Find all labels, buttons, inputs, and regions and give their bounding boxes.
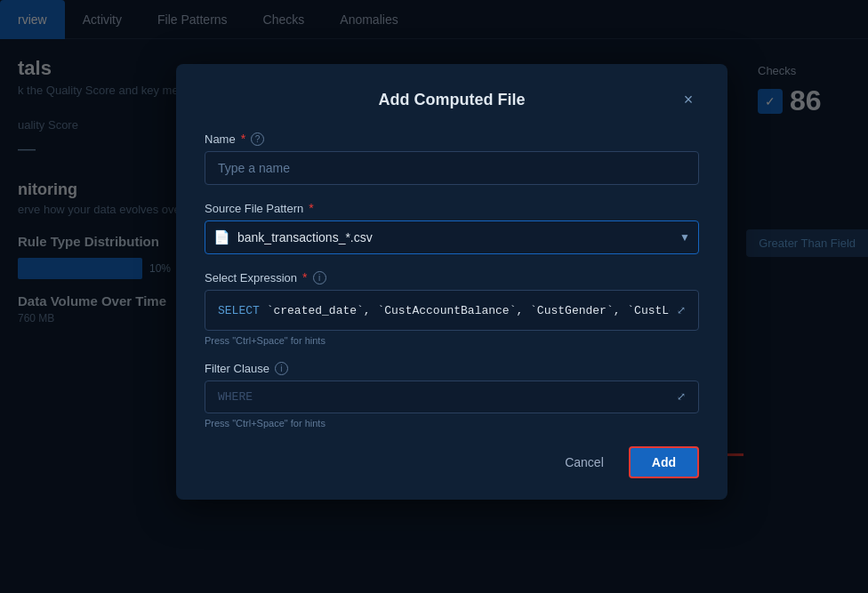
select-expr-area[interactable]: SELECT `created_date`, `CustAccountBalan… — [205, 290, 699, 331]
name-label: Name * ? — [205, 132, 699, 146]
select-keyword: SELECT — [218, 304, 260, 317]
select-expr-hint: Press "Ctrl+Space" for hints — [205, 335, 699, 346]
file-icon: 📄 — [213, 229, 230, 245]
filter-label: Filter Clause i — [205, 362, 699, 375]
select-expr-field: Select Expression * i SELECT `created_da… — [205, 270, 699, 346]
source-field: Source File Pattern * 📄 bank_transaction… — [205, 201, 699, 254]
select-expr-label: Select Expression * i — [205, 270, 699, 284]
select-columns: `created_date`, `CustAccountBalance`, `C… — [267, 304, 670, 317]
source-select-wrapper: 📄 bank_transactions_*.csv ▼ — [205, 220, 699, 254]
source-required: * — [309, 201, 313, 215]
name-input[interactable] — [205, 151, 699, 185]
select-expr-content: SELECT `created_date`, `CustAccountBalan… — [218, 304, 670, 317]
filter-placeholder: WHERE — [218, 390, 253, 404]
modal-title: Add Computed File — [226, 91, 678, 109]
close-button[interactable]: × — [678, 89, 699, 110]
filter-field: Filter Clause i WHERE ⤢ Press "Ctrl+Spac… — [205, 362, 699, 429]
filter-info-icon[interactable]: i — [275, 362, 288, 375]
name-required: * — [241, 132, 245, 146]
source-select[interactable]: bank_transactions_*.csv — [205, 220, 699, 254]
select-expr-info-icon[interactable]: i — [313, 271, 326, 284]
filter-area[interactable]: WHERE ⤢ — [205, 381, 699, 413]
cancel-button[interactable]: Cancel — [554, 448, 615, 477]
name-info-icon[interactable]: ? — [251, 132, 264, 146]
name-field: Name * ? — [205, 132, 699, 185]
filter-expand-icon[interactable]: ⤢ — [677, 390, 686, 404]
modal: Add Computed File × Name * ? Source File… — [176, 64, 727, 500]
filter-hint: Press "Ctrl+Space" for hints — [205, 418, 699, 429]
modal-footer: Cancel Add — [205, 446, 699, 478]
add-button[interactable]: Add — [629, 446, 699, 478]
source-label: Source File Pattern * — [205, 201, 699, 215]
expand-icon[interactable]: ⤢ — [677, 304, 686, 317]
select-expr-required: * — [302, 270, 307, 284]
modal-header: Add Computed File × — [205, 89, 699, 110]
